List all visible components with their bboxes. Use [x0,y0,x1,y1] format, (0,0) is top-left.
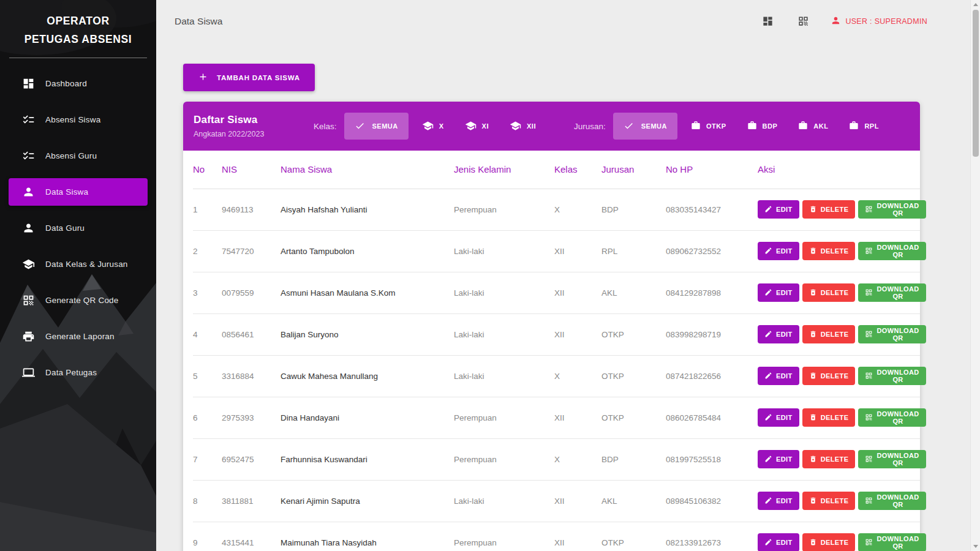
cell-jenis-kelamin: Laki-laki [454,272,554,313]
qr-code-icon [865,247,876,256]
edit-button-label: EDIT [776,289,793,296]
sidebar-item-absensi-guru[interactable]: Absensi Guru [9,142,148,170]
jurusan-filter-label: Jurusan: [574,122,606,131]
trash-icon [809,455,821,464]
cell-nama: Dina Handayani [281,397,454,438]
edit-button[interactable]: EDIT [758,325,799,343]
delete-button[interactable]: DELETE [802,533,856,551]
dashboard-shortcut-button[interactable] [762,15,774,28]
jurusan-filter-rpl[interactable]: RPL [842,113,886,140]
delete-button[interactable]: DELETE [802,367,856,385]
download-qr-button-label: DOWNLOAD QR [876,410,919,425]
scrollbar-thumb[interactable] [973,10,979,157]
delete-button[interactable]: DELETE [802,200,856,219]
trash-icon [809,538,821,547]
sidebar-item-generate-qr-code[interactable]: Generate QR Code [9,287,148,314]
edit-button-label: EDIT [776,414,793,421]
jurusan-option-label: SEMUA [641,122,667,130]
qr-code-icon [865,413,876,422]
cell-no: 1 [193,189,222,230]
col-header-aksi: Aksi [758,151,920,189]
table-row: 3 0079559 Asmuni Hasan Maulana S.Kom Lak… [193,272,920,313]
vertical-scrollbar[interactable] [970,0,980,551]
edit-button[interactable]: EDIT [758,242,799,260]
dashboard-icon [762,18,774,29]
sidebar-item-dashboard[interactable]: Dashboard [9,70,148,97]
scroll-down-arrow-icon[interactable] [973,545,978,548]
page-title: Data Siswa [175,16,222,27]
dashboard-icon [22,77,36,91]
table-row: 6 2975393 Dina Handayani Perempuan XII O… [193,397,920,438]
download-qr-button[interactable]: DOWNLOAD QR [858,450,925,468]
graduation-cap-icon [510,120,527,133]
download-qr-button[interactable]: DOWNLOAD QR [858,242,925,260]
user-badge[interactable]: USER : SUPERADMIN [831,15,927,28]
edit-button[interactable]: EDIT [758,283,799,302]
sidebar-item-absensi-siswa[interactable]: Absensi Siswa [9,106,148,133]
delete-button[interactable]: DELETE [802,492,856,510]
cell-kelas: XII [554,522,601,551]
cell-nis: 3811881 [222,480,281,522]
cell-nama: Asmuni Hasan Maulana S.Kom [281,272,454,313]
edit-button[interactable]: EDIT [758,408,799,427]
sidebar-item-data-guru[interactable]: Data Guru [9,214,148,242]
download-qr-button[interactable]: DOWNLOAD QR [858,200,925,219]
edit-button[interactable]: EDIT [758,200,799,219]
download-qr-button[interactable]: DOWNLOAD QR [858,325,925,343]
jurusan-option-label: AKL [813,122,828,130]
cell-no: 2 [193,230,222,272]
scroll-up-arrow-icon[interactable] [973,3,978,6]
download-qr-button[interactable]: DOWNLOAD QR [858,492,925,510]
cell-nis: 4315441 [222,522,281,551]
delete-button[interactable]: DELETE [802,283,856,302]
delete-button[interactable]: DELETE [802,325,856,343]
download-qr-button-label: DOWNLOAD QR [876,202,919,217]
cell-nama: Artanto Tampubolon [281,230,454,272]
kelas-filter-xii[interactable]: XII [502,113,543,140]
download-qr-button[interactable]: DOWNLOAD QR [858,367,925,385]
delete-button[interactable]: DELETE [802,450,856,468]
cell-jenis-kelamin: Laki-laki [454,313,554,355]
trash-icon [809,413,821,422]
download-qr-button[interactable]: DOWNLOAD QR [858,408,925,427]
table-row: 1 9469113 Aisyah Hafshah Yulianti Peremp… [193,189,920,230]
sidebar-item-data-kelas-jurusan[interactable]: Data Kelas & Jurusan [9,250,148,278]
edit-button[interactable]: EDIT [758,450,799,468]
download-qr-button[interactable]: DOWNLOAD QR [858,283,925,302]
pencil-icon [764,247,776,256]
sidebar-item-data-siswa[interactable]: Data Siswa [9,178,148,206]
kelas-option-label: X [439,122,444,130]
delete-button-label: DELETE [821,455,849,463]
delete-button-label: DELETE [821,372,849,380]
printer-icon [22,330,36,343]
kelas-filter-semua[interactable]: SEMUA [344,113,409,140]
jurusan-filter-bdp[interactable]: BDP [740,113,785,140]
briefcase-icon [798,121,813,132]
jurusan-filter-akl[interactable]: AKL [791,113,835,140]
jurusan-filter-semua[interactable]: SEMUA [613,113,677,140]
kelas-filter-xi[interactable]: XI [458,113,496,140]
edit-button[interactable]: EDIT [758,533,799,551]
pencil-icon [764,538,776,547]
download-qr-button[interactable]: DOWNLOAD QR [858,533,925,551]
pencil-icon [764,372,776,381]
sidebar-item-data-petugas[interactable]: Data Petugas [9,359,148,386]
cell-no: 9 [193,522,222,551]
kelas-option-label: XI [482,122,489,130]
kelas-filter-x[interactable]: X [415,113,451,140]
delete-button[interactable]: DELETE [802,408,856,427]
tambah-data-siswa-button[interactable]: TAMBAH DATA SISWA [183,64,315,91]
cell-jurusan: BDP [601,189,666,230]
briefcase-icon [747,121,763,132]
table-row: 4 0856461 Balijan Suryono Laki-laki XII … [193,313,920,355]
qr-code-icon [865,497,876,506]
edit-button[interactable]: EDIT [758,367,799,385]
table-row: 9 4315441 Maimunah Tiara Nasyidah Peremp… [193,522,920,551]
qr-code-shortcut-button[interactable] [797,15,810,28]
sidebar-item-generate-laporan[interactable]: Generate Laporan [9,323,148,350]
delete-button[interactable]: DELETE [802,242,856,260]
edit-button[interactable]: EDIT [758,492,799,510]
jurusan-filter-otkp[interactable]: OTKP [684,113,734,140]
laptop-icon [22,366,36,380]
edit-button-label: EDIT [776,455,793,463]
